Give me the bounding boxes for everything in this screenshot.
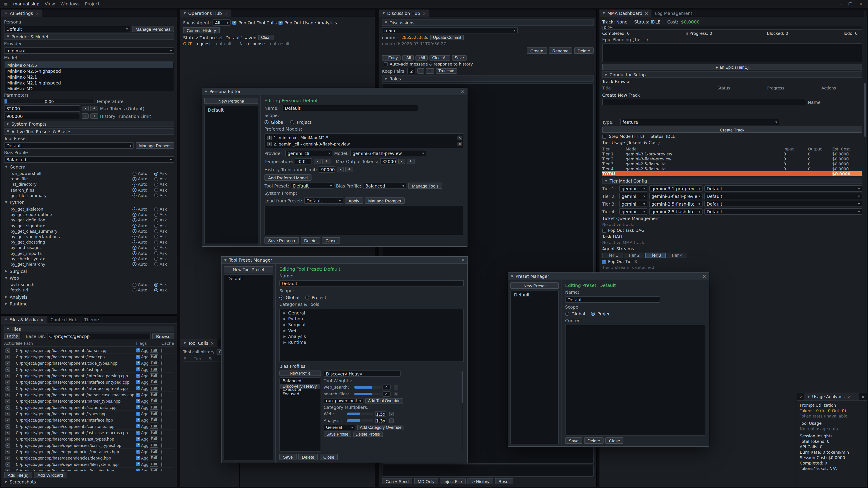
menu-view[interactable]: View — [45, 1, 55, 6]
full-flag[interactable]: Full — [149, 443, 158, 448]
pop-out-tier3-checkbox[interactable] — [602, 260, 606, 264]
close-icon[interactable]: × — [859, 1, 863, 6]
cache-indicator[interactable] — [161, 424, 162, 429]
new-tool-preset-button[interactable]: New Tool Preset — [224, 266, 273, 272]
tier-prompt-dropdown[interactable]: Default — [704, 201, 862, 207]
tool-preset-list-item[interactable]: Default — [225, 275, 272, 282]
cache-indicator[interactable] — [161, 360, 162, 366]
manage-personas-button[interactable]: Manage Personas — [132, 26, 174, 32]
screenshots-header[interactable]: ▶Screenshots — [4, 479, 174, 484]
web-group-header[interactable]: ▼Web — [4, 275, 174, 281]
agg-checkbox[interactable] — [136, 405, 140, 410]
save-persona-button[interactable]: Save Persona — [265, 237, 299, 243]
full-flag[interactable]: Full — [149, 411, 158, 416]
category-row[interactable]: ▶Web — [281, 328, 463, 333]
agg-checkbox[interactable] — [136, 412, 140, 416]
model-option[interactable]: MiniMax-M2.1 — [5, 74, 173, 80]
full-flag[interactable]: Full — [149, 367, 158, 372]
remove-file-button[interactable]: x — [5, 431, 10, 435]
decrement-button[interactable]: - — [82, 106, 89, 111]
remove-file-button[interactable]: x — [5, 443, 10, 448]
agg-checkbox[interactable] — [136, 399, 140, 403]
auto-radio[interactable] — [132, 224, 136, 228]
cache-indicator[interactable] — [161, 436, 162, 442]
temperature-slider[interactable]: 0.00 — [4, 99, 94, 104]
max-output-tokens-input[interactable]: 32000 — [380, 158, 396, 164]
close-dialog-button[interactable]: Close — [605, 437, 624, 444]
full-flag[interactable]: Full — [149, 449, 158, 454]
auto-add-checkbox[interactable] — [384, 62, 388, 66]
multiplier-value[interactable]: 1.3x — [375, 418, 386, 423]
composer-button[interactable]: Reset — [495, 478, 513, 484]
tab-tool-calls[interactable]: ▼Tool Calls× — [180, 339, 218, 347]
agg-checkbox[interactable] — [136, 393, 140, 397]
composer-button[interactable]: -> History — [467, 478, 493, 484]
cache-indicator[interactable] — [161, 348, 162, 353]
tier-model-dropdown[interactable]: gemini-3.1-pro-preview — [649, 185, 703, 192]
agg-checkbox[interactable] — [136, 431, 140, 435]
bias-profile-item[interactable]: Balanced — [280, 378, 320, 384]
full-flag[interactable]: Full — [149, 380, 158, 385]
agg-checkbox[interactable] — [136, 418, 140, 422]
scope-global-radio[interactable] — [279, 295, 283, 300]
decrement-button[interactable]: - — [314, 159, 321, 164]
close-icon[interactable]: × — [847, 394, 850, 399]
provider-model-header[interactable]: ▼Provider & Model — [4, 33, 174, 40]
message-composer[interactable] — [382, 465, 594, 477]
tab-ai-settings[interactable]: ≡ AI Settings × — [1, 9, 42, 17]
full-flag[interactable]: Full — [149, 392, 158, 397]
entry-button[interactable]: Save — [452, 55, 467, 61]
max-tokens-input[interactable]: 32000 — [4, 105, 80, 111]
auto-radio[interactable] — [132, 251, 136, 255]
keep-pairs-input[interactable]: 2 — [408, 68, 416, 74]
discussion-manage-button[interactable]: Create — [527, 47, 547, 54]
scope-global-radio[interactable] — [265, 120, 269, 124]
discussion-manage-button[interactable]: Rename — [549, 47, 572, 54]
remove-file-button[interactable]: x — [5, 450, 10, 454]
full-flag[interactable]: Full — [149, 373, 158, 378]
ask-radio[interactable] — [154, 229, 158, 233]
remove-file-button[interactable]: x — [5, 412, 10, 416]
model-option[interactable]: MiniMax-M2.5 — [5, 62, 173, 68]
cache-indicator[interactable] — [161, 443, 162, 448]
cache-indicator[interactable] — [161, 417, 162, 423]
history-limit-input[interactable]: 900000 — [319, 166, 335, 173]
persona-dropdown[interactable]: Default — [4, 26, 130, 32]
pop-out-dag-checkbox[interactable] — [602, 228, 606, 232]
multiplier-value[interactable]: 1.5x — [375, 411, 386, 417]
truncate-button[interactable]: Truncate — [436, 68, 457, 74]
ask-radio[interactable] — [154, 224, 158, 228]
cache-indicator[interactable] — [161, 430, 162, 435]
tier-prompt-dropdown[interactable]: Default — [704, 208, 862, 215]
profile-name-input[interactable]: Discovery-Heavy — [324, 370, 401, 377]
agg-checkbox[interactable] — [136, 462, 140, 466]
multiplier-slider[interactable] — [347, 419, 373, 422]
manage-presets-button[interactable]: Manage Presets — [135, 142, 174, 149]
surgical-group-header[interactable]: ▶Surgical — [4, 268, 174, 274]
full-flag[interactable]: Full — [149, 436, 158, 442]
composer-button[interactable]: MD Only — [414, 478, 438, 484]
auto-radio[interactable] — [132, 218, 136, 222]
increment-button[interactable]: + — [345, 167, 353, 172]
delete-persona-button[interactable]: Delete — [301, 237, 320, 243]
step-mode-checkbox[interactable] — [602, 134, 606, 138]
close-icon[interactable]: × — [224, 11, 228, 15]
cache-indicator[interactable] — [161, 386, 162, 391]
auto-radio[interactable] — [132, 257, 136, 261]
close-icon[interactable]: × — [860, 393, 867, 400]
bias-profile-item[interactable]: Execution-Focused — [280, 389, 320, 394]
cache-indicator[interactable] — [161, 398, 162, 404]
paths-tab[interactable]: Paths — [4, 333, 21, 339]
menu-windows[interactable]: Windows — [60, 1, 80, 6]
load-from-preset-dropdown[interactable]: Default — [304, 197, 343, 204]
system-prompts-header[interactable]: ▶System Prompts — [4, 121, 174, 127]
manage-tools-button[interactable]: Manage Tools — [408, 183, 442, 189]
create-track-button[interactable]: Create Track — [602, 127, 862, 133]
menu-project[interactable]: Project — [85, 1, 100, 6]
provider-dropdown[interactable]: gemini_cli — [285, 150, 332, 156]
track-name-input[interactable] — [602, 99, 806, 105]
close-icon[interactable]: × — [797, 393, 804, 400]
agg-checkbox[interactable] — [136, 386, 140, 390]
auto-radio[interactable] — [132, 177, 136, 181]
stream-tab[interactable]: Tier 3 — [645, 253, 666, 258]
